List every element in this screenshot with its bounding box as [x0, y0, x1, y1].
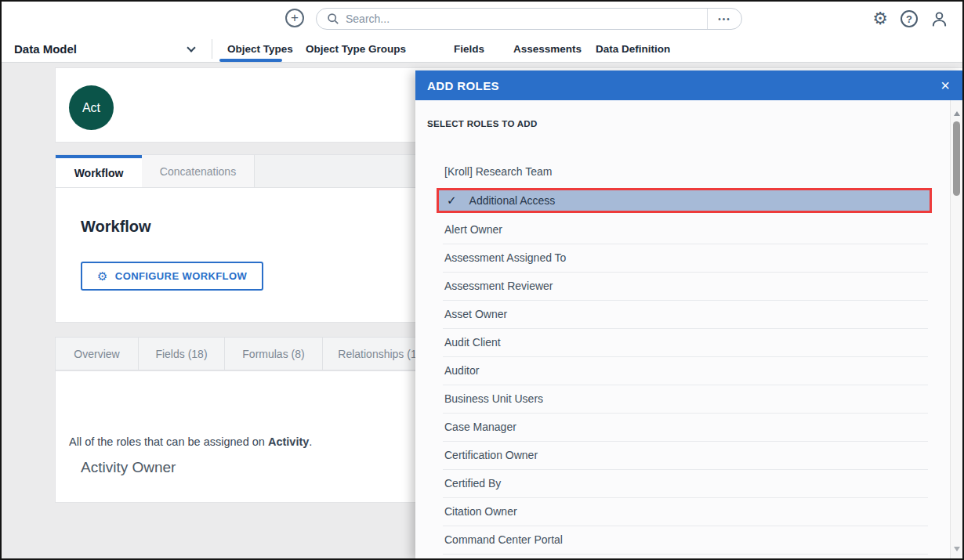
role-label: Assessment Reviewer	[444, 280, 553, 292]
active-tab-underline	[219, 59, 282, 62]
role-label: Business Unit Users	[444, 392, 543, 405]
tab-data-definition[interactable]: Data Definition	[596, 36, 670, 62]
gear-icon: ⚙	[97, 270, 108, 282]
chevron-down-icon	[187, 43, 195, 52]
tab-object-type-groups[interactable]: Object Type Groups	[306, 36, 406, 62]
role-list-item[interactable]: [Kroll] Research Team	[443, 158, 928, 186]
help-icon[interactable]: ?	[901, 10, 918, 27]
modal-title: ADD ROLES	[427, 79, 499, 92]
role-list-item[interactable]: Command Center Portal	[443, 526, 928, 555]
user-account-icon[interactable]	[930, 10, 948, 28]
role-list-item[interactable]: Assessment Reviewer	[443, 273, 928, 301]
tab-overview[interactable]: Overview	[55, 337, 139, 370]
role-label: Alert Owner	[444, 223, 502, 236]
role-list: [Kroll] Research Team ✓ Additional Acces…	[415, 158, 950, 555]
assigned-role-name: Activity Owner	[81, 459, 176, 476]
selected-role-label: Additional Access	[469, 194, 556, 207]
top-right-icons: ⚙ ?	[872, 9, 948, 28]
add-icon[interactable]: +	[285, 9, 304, 27]
scroll-up-icon[interactable]	[954, 111, 960, 116]
tab-workflow[interactable]: Workflow	[56, 155, 142, 187]
role-list-item[interactable]: Certified By	[443, 470, 928, 498]
role-list-item[interactable]: Case Manager	[443, 414, 928, 442]
role-list-rest: Alert OwnerAssessment Assigned ToAssessm…	[415, 216, 950, 555]
search-more-icon[interactable]: •••	[707, 9, 741, 29]
role-list-item[interactable]: Asset Owner	[443, 301, 928, 329]
role-list-item[interactable]: Audit Client	[443, 329, 928, 357]
roles-description-period: .	[309, 435, 312, 448]
workflow-heading: Workflow	[81, 218, 151, 236]
close-icon[interactable]: ×	[940, 70, 950, 100]
tab-formulas-count[interactable]: Formulas (8)	[225, 337, 323, 370]
configure-workflow-button[interactable]: ⚙ CONFIGURE WORKFLOW	[81, 262, 263, 291]
search-input[interactable]	[346, 13, 707, 25]
object-avatar: Act	[69, 85, 114, 130]
add-roles-modal: ADD ROLES × SELECT ROLES TO ADD [Kroll] …	[415, 70, 962, 558]
role-list-item[interactable]: Alert Owner	[443, 216, 928, 244]
data-model-dropdown[interactable]: Data Model	[2, 36, 212, 62]
role-list-item[interactable]: Business Unit Users	[443, 385, 928, 414]
scroll-down-icon[interactable]	[954, 547, 960, 551]
role-label: Asset Owner	[444, 308, 507, 320]
role-list-item[interactable]: Certification Owner	[443, 442, 928, 470]
role-label: Command Center Portal	[444, 533, 563, 546]
nav-bar: Data Model Object Types Object Type Grou…	[2, 36, 962, 63]
role-label: Assessment Assigned To	[444, 251, 566, 264]
select-roles-label: SELECT ROLES TO ADD	[427, 119, 538, 128]
tab-fields-count[interactable]: Fields (18)	[139, 337, 225, 370]
search-icon	[327, 13, 339, 25]
tab-fields[interactable]: Fields	[454, 36, 484, 62]
roles-description: All of the roles that can be assigned on…	[69, 435, 312, 448]
modal-scrollbar[interactable]	[950, 100, 962, 558]
role-label: Certified By	[444, 477, 501, 490]
role-label: Audit Client	[444, 336, 501, 349]
tab-concatenations[interactable]: Concatenations	[142, 155, 255, 187]
roles-description-text: All of the roles that can be assigned on	[69, 435, 268, 448]
modal-header: ADD ROLES ×	[415, 70, 962, 100]
role-label: Citation Owner	[444, 505, 517, 518]
selected-role-row[interactable]: ✓ Additional Access	[437, 188, 932, 213]
data-model-label: Data Model	[14, 36, 77, 62]
tab-assessments[interactable]: Assessments	[513, 36, 582, 62]
object-name-bold: Activity	[268, 435, 309, 448]
role-list-item[interactable]: Citation Owner	[443, 498, 928, 526]
configure-workflow-label: CONFIGURE WORKFLOW	[115, 270, 247, 282]
top-bar: + ••• ⚙ ?	[2, 2, 962, 36]
check-icon: ✓	[447, 193, 457, 208]
scrollbar-thumb[interactable]	[953, 121, 960, 196]
role-label: Auditor	[444, 364, 479, 377]
role-label: Certification Owner	[444, 449, 538, 461]
role-label: Case Manager	[444, 421, 516, 433]
role-list-item[interactable]: Auditor	[443, 357, 928, 385]
settings-gear-icon[interactable]: ⚙	[872, 9, 888, 28]
nav-divider	[212, 39, 212, 59]
search-bar: •••	[316, 8, 742, 30]
role-list-item[interactable]: Assessment Assigned To	[443, 244, 928, 273]
app-window: + ••• ⚙ ? Data Model Object Types Object…	[0, 0, 964, 560]
